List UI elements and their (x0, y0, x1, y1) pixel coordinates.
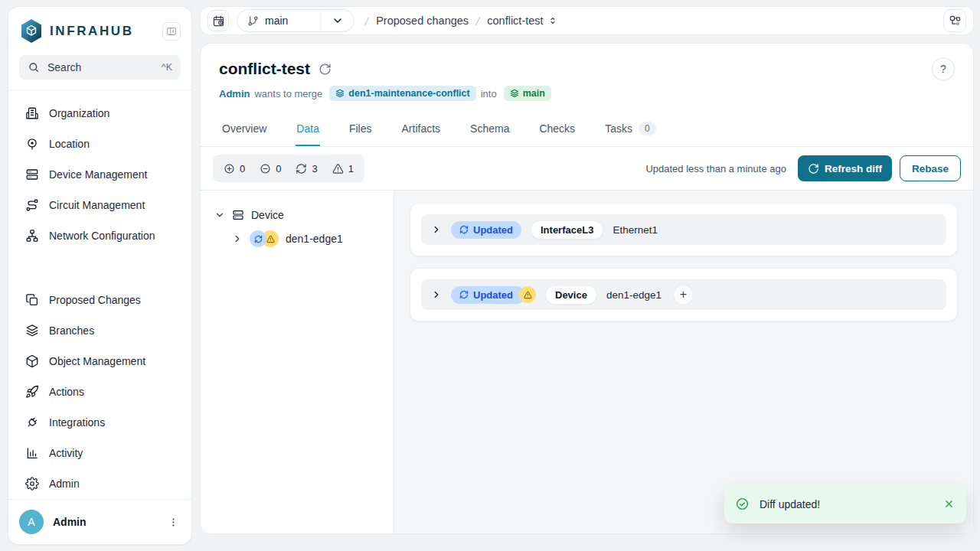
sidebar-item-proposed-changes[interactable]: Proposed Changes (18, 285, 182, 315)
toast-close-button[interactable] (943, 498, 955, 510)
source-branch-name: den1-maintenance-conflict (348, 88, 469, 99)
check-circle-icon (735, 497, 750, 511)
layers-icon (510, 89, 519, 98)
diff-stats: 0 0 3 1 (213, 155, 364, 182)
sidebar-item-label: Proposed Changes (49, 294, 141, 306)
into-text: into (481, 88, 497, 99)
user-menu-button[interactable] (166, 515, 181, 530)
source-branch-badge[interactable]: den1-maintenance-conflict (329, 86, 475, 101)
sidebar-item-organization[interactable]: Organization (18, 98, 182, 129)
diff-row-expand[interactable]: Updated InterfaceL3 Ethernet1 (421, 214, 946, 245)
refresh-icon (296, 163, 307, 174)
branch-selector[interactable]: main (237, 9, 354, 32)
sidebar-item-activity[interactable]: Activity (18, 438, 182, 468)
sidebar-item-label: Network Configuration (49, 230, 155, 242)
avatar: A (19, 510, 44, 534)
search-icon (28, 61, 40, 73)
tab-overview[interactable]: Overview (221, 111, 267, 146)
status-badge-updated: Updated (451, 221, 521, 239)
refresh-diff-button[interactable]: Refresh diff (798, 155, 892, 181)
tab-files[interactable]: Files (348, 111, 373, 146)
sidebar-item-label: Device Management (49, 168, 147, 181)
author-name[interactable]: Admin (219, 88, 250, 99)
toast-message: Diff updated! (760, 498, 933, 510)
user-menu[interactable]: A Admin (8, 499, 191, 544)
close-icon (943, 498, 955, 510)
sidebar-nav-primary: Organization Location Device Management … (8, 90, 191, 251)
object-name: Ethernet1 (612, 224, 658, 236)
toast-notification: Diff updated! (724, 484, 966, 523)
chevrons-up-down-icon (547, 15, 558, 26)
reload-button[interactable] (318, 63, 332, 76)
sidebar-item-object-management[interactable]: Object Management (18, 346, 182, 377)
building-icon (25, 106, 39, 120)
collapse-sidebar-button[interactable] (162, 22, 181, 41)
breadcrumb-proposed-changes[interactable]: Proposed changes (376, 15, 469, 27)
sidebar-item-circuit-management[interactable]: Circuit Management (18, 190, 182, 220)
merge-action-text: wants to merge (254, 88, 322, 99)
page-title: conflict-test (219, 60, 310, 78)
diff-card-interfacel3: Updated InterfaceL3 Ethernet1 (410, 203, 958, 256)
plus-circle-icon (224, 163, 235, 174)
plug-icon (25, 416, 39, 429)
main-panel: conflict-test ? Admin wants to merge den… (200, 43, 974, 534)
panel-collapse-icon (166, 26, 177, 37)
bar-chart-icon (25, 446, 39, 460)
breadcrumb-separator: / (475, 15, 481, 28)
tree-node-label: Device (251, 209, 284, 221)
breadcrumb-current-selector[interactable]: conflict-test (487, 15, 557, 27)
sidebar-item-admin[interactable]: Admin (18, 468, 182, 499)
kebab-menu-icon (168, 517, 179, 528)
sidebar-item-device-management[interactable]: Device Management (18, 159, 182, 190)
updated-status-icon (250, 230, 266, 247)
search-placeholder: Search (47, 61, 81, 73)
circuit-icon (25, 198, 39, 212)
sidebar-item-label: Actions (49, 386, 84, 398)
sidebar-item-label: Integrations (49, 416, 105, 429)
breadcrumb-separator: / (364, 15, 370, 28)
copy-icon (25, 293, 39, 307)
branch-selector-value[interactable]: main (237, 10, 320, 31)
chevron-right-icon (232, 233, 243, 244)
chevron-down-icon (332, 15, 344, 27)
rocket-icon (25, 385, 39, 399)
server-icon (232, 209, 244, 221)
layers-icon (335, 89, 345, 98)
sidebar-item-label: Circuit Management (49, 199, 145, 211)
tab-schema[interactable]: Schema (469, 111, 510, 146)
time-travel-button[interactable] (207, 10, 229, 31)
sidebar-item-integrations[interactable]: Integrations (18, 407, 182, 438)
stat-conflicts: 1 (332, 163, 354, 174)
sidebar-nav-secondary: Proposed Changes Branches Object Managem… (8, 277, 191, 499)
add-comment-button[interactable]: + (673, 285, 694, 305)
tree-node-device[interactable]: Device (214, 209, 380, 221)
search-input[interactable]: Search ^K (19, 55, 181, 80)
sidebar-item-location[interactable]: Location (18, 129, 182, 159)
refresh-icon (318, 63, 332, 76)
sidebar-item-actions[interactable]: Actions (18, 377, 182, 407)
minus-circle-icon (260, 163, 271, 174)
last-updated-text: Updated less than a minute ago (645, 163, 786, 174)
infrahub-logo-icon (20, 18, 43, 44)
target-branch-badge[interactable]: main (504, 86, 551, 101)
tab-data[interactable]: Data (296, 111, 320, 146)
sidebar-item-label: Activity (49, 447, 83, 459)
sidebar-item-network-configuration[interactable]: Network Configuration (18, 220, 182, 251)
layers-icon (25, 324, 39, 337)
proposed-change-header: conflict-test ? Admin wants to merge den… (201, 44, 973, 111)
schema-visualizer-button[interactable] (943, 9, 966, 32)
sidebar-item-branches[interactable]: Branches (18, 315, 182, 346)
diff-row-expand[interactable]: Updated Device den1-edge1 + (421, 279, 946, 310)
rebase-button[interactable]: Rebase (900, 155, 961, 181)
chevron-down-icon (214, 210, 225, 220)
help-button[interactable]: ? (932, 57, 955, 80)
refresh-icon (808, 163, 819, 174)
tab-tasks[interactable]: Tasks 0 (604, 111, 656, 146)
tree-node-den1-edge1[interactable]: den1-edge1 (232, 230, 380, 247)
node-status-badges (250, 230, 279, 247)
tab-artifacts[interactable]: Artifacts (401, 111, 442, 146)
branch-selector-dropdown-button[interactable] (320, 10, 354, 31)
tree-node-label: den1-edge1 (286, 233, 343, 245)
tab-checks[interactable]: Checks (538, 111, 576, 146)
location-icon (25, 137, 39, 151)
